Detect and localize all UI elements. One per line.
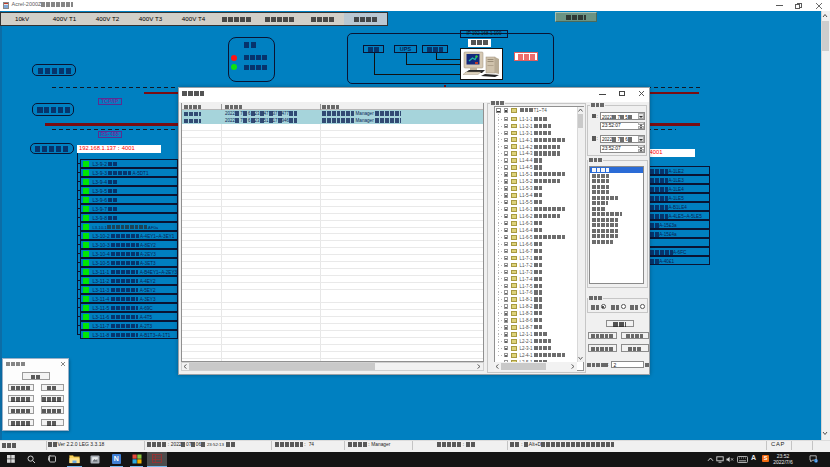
svg-text:1: 1 [815, 459, 817, 463]
